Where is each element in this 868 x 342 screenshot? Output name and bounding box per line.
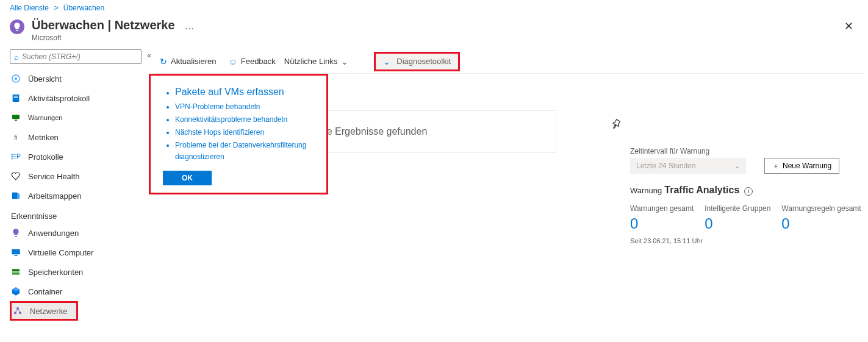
popup-item[interactable]: Konnektivitätsprobleme behandeln (175, 114, 318, 126)
interval-label: Zeitintervall für Warnung (630, 147, 856, 155)
sidebar-item-workbooks[interactable]: Arbeitsmappen (10, 186, 144, 205)
svg-rect-10 (12, 269, 20, 271)
ok-button[interactable]: OK (163, 171, 212, 185)
stat-alert-rules: Warnungsregeln gesamt 0 (781, 204, 861, 232)
search-input[interactable] (22, 52, 137, 61)
useful-links-button[interactable]: Nützliche Links ⌄ (278, 52, 354, 71)
traffic-analytics-title: Traffic Analytics (664, 185, 739, 196)
sidebar-item-label: Netzwerke (30, 307, 67, 316)
dropdown-value: Letzte 24 Stunden (636, 162, 695, 170)
sidebar-item-label: Service Health (28, 172, 80, 181)
sidebar-item-metrics[interactable]: fi Metriken (10, 127, 144, 147)
sidebar-item-label: Metriken (28, 133, 59, 142)
chevron-down-icon: ⌄ (383, 57, 390, 66)
sidebar-item-label: Arbeitsmappen (28, 191, 81, 201)
popup-item[interactable]: Probleme bei der Datenverkehrsfilterung … (175, 140, 318, 163)
diagnose-popup: Pakete auf VMs erfassen VPN-Probleme beh… (149, 74, 328, 194)
sidebar-item-label: Protokolle (28, 152, 63, 162)
metrics-icon: fi (11, 132, 21, 142)
page-subtitle: Microsoft (32, 34, 175, 42)
sidebar-section-insights: Erkenntnisse (10, 205, 144, 223)
svg-rect-9 (14, 255, 17, 256)
storage-icon (11, 267, 21, 277)
warnung-label: Warnung (630, 186, 662, 195)
toolbar: ↻ Aktualisieren ☺ Feedback Nützliche Lin… (154, 49, 863, 74)
sidebar-item-label: Warnungen (28, 114, 62, 121)
diagnose-toolkit-button[interactable]: ⌄ Diagnosetoolkit (374, 52, 460, 71)
stat-value[interactable]: 0 (781, 215, 861, 232)
toolbar-label: Aktualisieren (171, 57, 216, 66)
svg-rect-11 (12, 273, 20, 275)
button-label: Neue Warnung (783, 162, 831, 170)
refresh-button[interactable]: ↻ Aktualisieren (154, 52, 222, 71)
toolbar-label: Feedback (241, 57, 276, 66)
pin-icon[interactable] (606, 116, 625, 135)
svg-rect-6 (12, 193, 17, 199)
sidebar-item-applications[interactable]: Anwendungen (10, 223, 144, 243)
chevron-down-icon: ⌄ (734, 162, 740, 170)
stat-value[interactable]: 0 (630, 215, 694, 232)
chevron-down-icon: ⌄ (341, 57, 348, 66)
stat-label: Intelligente Gruppen (705, 204, 770, 213)
logs-icon: ⬱P (11, 152, 21, 162)
heart-icon (11, 171, 21, 181)
stat-label: Warnungsregeln gesamt (781, 204, 861, 213)
sidebar-item-service-health[interactable]: Service Health (10, 166, 144, 186)
page-header: Überwachen | Netzwerke Microsoft … ✕ (0, 13, 868, 49)
stat-label: Warnungen gesamt (630, 204, 694, 213)
search-icon: ⌕ (14, 52, 19, 62)
activity-log-icon (11, 93, 21, 103)
sidebar-item-activity-log[interactable]: Aktivitätsprotokoll (10, 88, 144, 108)
stat-smart-groups: Intelligente Gruppen 0 (705, 204, 770, 232)
sidebar-item-label: Virtuelle Computer (28, 248, 93, 257)
plus-icon: ＋ (772, 161, 780, 171)
stat-total-alerts: Warnungen gesamt 0 (630, 204, 694, 232)
sidebar-item-container[interactable]: Container (10, 282, 144, 301)
container-icon (11, 287, 21, 296)
toolbar-label: Diagnosetoolkit (396, 57, 451, 66)
since-timestamp: Seit 23.06.21, 15:11 Uhr (630, 237, 856, 244)
close-button[interactable]: ✕ (844, 20, 853, 33)
sidebar-item-label: Speicherkonten (28, 268, 83, 277)
sidebar-item-alerts[interactable]: Warnungen (10, 108, 144, 127)
sidebar-item-logs[interactable]: ⬱P Protokolle (10, 147, 144, 166)
sidebar-item-overview[interactable]: Übersicht (10, 69, 144, 88)
right-panel: Zeitintervall für Warnung Letzte 24 Stun… (630, 147, 856, 244)
main-content: ↻ Aktualisieren ☺ Feedback Nützliche Lin… (149, 49, 868, 342)
svg-rect-8 (12, 249, 20, 255)
breadcrumb-all-services[interactable]: Alle Dienste (10, 4, 49, 12)
sidebar-item-label: Übersicht (28, 74, 62, 84)
info-icon[interactable]: i (744, 187, 753, 196)
sidebar-item-label: Anwendungen (28, 229, 79, 238)
sidebar-item-vms[interactable]: Virtuelle Computer (10, 243, 144, 262)
svg-point-1 (15, 77, 17, 80)
svg-marker-7 (17, 193, 20, 199)
popup-item[interactable]: VPN-Probleme behandeln (175, 101, 318, 113)
networks-icon (13, 306, 23, 316)
popup-title[interactable]: Pakete auf VMs erfassen (175, 87, 284, 97)
svg-rect-3 (14, 96, 18, 96)
sidebar-search[interactable]: ⌕ (10, 49, 142, 64)
overview-icon (11, 74, 21, 84)
refresh-icon: ↻ (160, 57, 167, 66)
workbooks-icon (11, 191, 21, 201)
vm-icon (11, 248, 21, 257)
breadcrumb-sep: > (54, 4, 58, 12)
breadcrumb-monitor[interactable]: Überwachen (63, 4, 104, 12)
more-button[interactable]: … (185, 18, 195, 32)
feedback-button[interactable]: ☺ Feedback (222, 52, 281, 71)
interval-dropdown[interactable]: Letzte 24 Stunden ⌄ (630, 158, 746, 174)
sidebar-item-label: Container (28, 287, 62, 296)
sidebar-item-storage[interactable]: Speicherkonten (10, 262, 144, 282)
toolbar-label: Nützliche Links (284, 57, 337, 66)
sidebar: ⌕ « Übersicht Aktivitätsprotokoll Warnun… (0, 49, 149, 342)
breadcrumb: Alle Dienste > Überwachen (0, 0, 868, 13)
sidebar-item-networks[interactable]: Netzwerke (10, 301, 78, 321)
monitor-icon (10, 20, 24, 34)
stat-value[interactable]: 0 (705, 215, 770, 232)
alerts-icon (11, 113, 21, 123)
feedback-icon: ☺ (228, 57, 237, 66)
popup-item[interactable]: Nächste Hops identifizieren (175, 127, 318, 138)
new-alert-button[interactable]: ＋ Neue Warnung (764, 158, 839, 174)
svg-rect-5 (12, 115, 20, 119)
